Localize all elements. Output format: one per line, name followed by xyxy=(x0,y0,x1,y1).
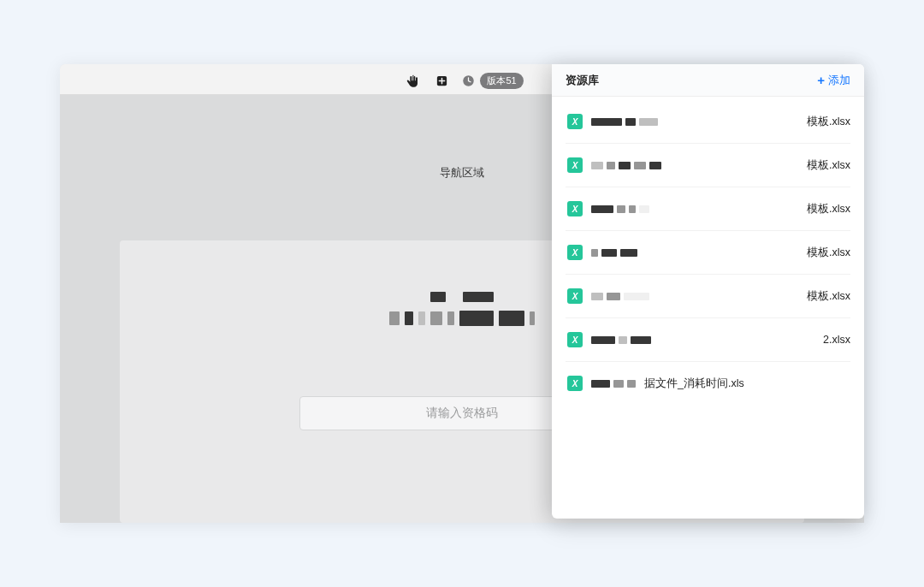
file-item[interactable]: X 模板.xlsx xyxy=(566,100,850,144)
file-suffix: 模板.xlsx xyxy=(807,289,850,304)
file-suffix: 模板.xlsx xyxy=(807,202,850,216)
excel-file-icon: X xyxy=(567,332,583,347)
excel-file-icon: X xyxy=(567,288,583,304)
plus-icon: + xyxy=(817,74,825,86)
file-item[interactable]: X 据文件_消耗时间.xls xyxy=(566,362,850,405)
excel-file-icon: X xyxy=(567,376,583,391)
file-suffix: 2.xlsx xyxy=(823,334,850,346)
input-placeholder-text: 请输入资格码 xyxy=(426,406,498,421)
file-item[interactable]: X 模板.xlsx xyxy=(566,187,850,231)
file-name-redacted xyxy=(591,118,798,126)
file-name-redacted xyxy=(591,380,636,388)
file-suffix: 模板.xlsx xyxy=(807,158,850,173)
version-history-button[interactable]: 版本51 xyxy=(462,70,523,92)
hand-tool-button[interactable] xyxy=(400,70,424,92)
resource-file-list: X 模板.xlsx X 模板.xlsx xyxy=(552,97,864,519)
excel-file-icon: X xyxy=(567,201,583,216)
file-item[interactable]: X 模板.xlsx xyxy=(566,231,850,275)
excel-file-icon: X xyxy=(567,114,583,129)
file-name-redacted xyxy=(591,293,798,300)
excel-file-icon: X xyxy=(567,157,583,173)
app-frame: 版本51 导航区域 xyxy=(17,17,907,570)
add-page-button[interactable] xyxy=(429,70,453,92)
resource-panel-header: 资源库 + 添加 xyxy=(552,64,864,97)
resource-library-panel: 资源库 + 添加 X 模板.xlsx X xyxy=(552,64,864,519)
add-resource-button[interactable]: + 添加 xyxy=(817,73,850,88)
file-item[interactable]: X 模板.xlsx xyxy=(566,275,850,318)
file-name-redacted xyxy=(591,249,798,257)
resource-panel-title: 资源库 xyxy=(566,73,599,88)
add-button-label: 添加 xyxy=(828,73,850,88)
file-item[interactable]: X 模板.xlsx xyxy=(566,144,850,187)
file-name-redacted xyxy=(591,162,798,169)
file-item[interactable]: X 2.xlsx xyxy=(566,318,850,362)
file-suffix: 模板.xlsx xyxy=(807,246,850,260)
file-suffix: 据文件_消耗时间.xls xyxy=(644,377,850,391)
nav-region-label: 导航区域 xyxy=(440,165,484,181)
file-name-redacted xyxy=(591,336,814,344)
file-name-redacted xyxy=(591,205,798,213)
excel-file-icon: X xyxy=(567,245,583,260)
version-badge: 版本51 xyxy=(480,73,523,89)
file-suffix: 模板.xlsx xyxy=(807,115,850,129)
